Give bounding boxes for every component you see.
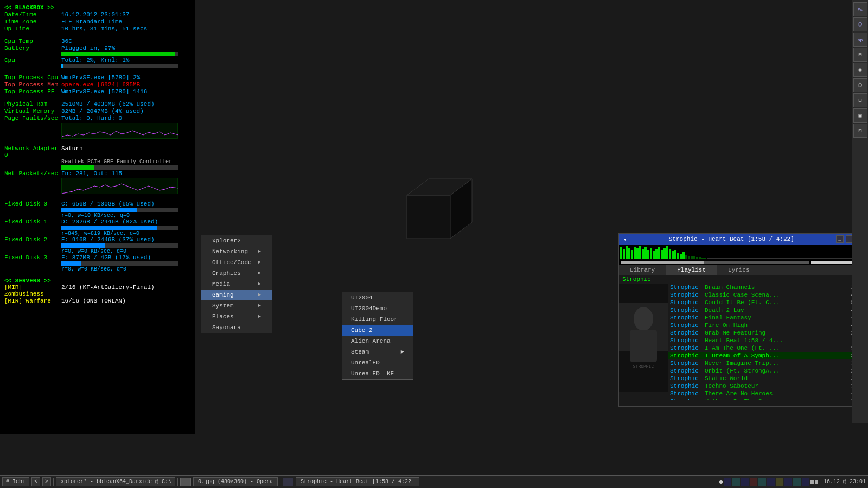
- timezone-row: Time Zone FLE Standard Time: [4, 18, 191, 25]
- track-title: There Are No Heroes: [705, 390, 847, 397]
- track-row[interactable]: Strophic I Am The One (Ft. ... 5:11: [668, 344, 867, 352]
- net-adapter-label: Network Adapter 0: [4, 145, 61, 158]
- menu-item-office[interactable]: Office/Code ►: [201, 257, 272, 268]
- taskbar-nav-next[interactable]: >: [42, 477, 51, 486]
- vis-bar: [634, 247, 636, 259]
- submenu-unrealed-kf[interactable]: UnrealED -KF: [342, 368, 413, 379]
- taskbar-icon-8[interactable]: [776, 478, 783, 486]
- vis-bar: [685, 255, 687, 259]
- top-cpu-label: Top Process Cpu: [4, 74, 61, 81]
- taskbar-icon-13[interactable]: [815, 480, 818, 484]
- track-row[interactable]: Strophic Could It Be (Ft. C... 5:12: [668, 299, 867, 306]
- track-row[interactable]: Strophic Classic Case Scena... 4:24: [668, 291, 867, 299]
- vis-bar: [653, 251, 655, 259]
- vis-bar: [691, 256, 693, 259]
- taskbar-icon-2[interactable]: [724, 478, 731, 486]
- tab-lyrics[interactable]: Lyrics: [717, 265, 761, 275]
- toolbar-btn-square[interactable]: ▣: [853, 108, 867, 123]
- toolbar-btn-dot[interactable]: ⊡: [853, 124, 867, 138]
- disk1-io: r=845, w=819 KB/sec, q=0: [61, 230, 191, 236]
- player-collapse-btn[interactable]: ▾: [623, 236, 627, 243]
- taskbar-icon-4[interactable]: [741, 478, 749, 486]
- submenu-steam[interactable]: Steam ►: [342, 346, 413, 357]
- battery-label: Battery: [4, 45, 61, 52]
- cpu-temp-row: Cpu Temp 36C: [4, 38, 191, 44]
- taskbar-icon-10[interactable]: [793, 478, 801, 486]
- toolbar-btn-grid[interactable]: ⊞: [853, 48, 867, 62]
- taskbar-icon-9[interactable]: [784, 478, 792, 486]
- server1-row: [MIR] Zombusiness 2/16 (KF-ArtGallery-Fi…: [4, 284, 191, 297]
- taskbar-icon-1[interactable]: [719, 480, 723, 484]
- taskbar-icon-music[interactable]: [283, 478, 293, 486]
- taskbar-nav-prev[interactable]: <: [31, 477, 40, 486]
- toolbar-btn-ps[interactable]: Ps: [853, 2, 867, 16]
- track-title: Death 2 Luv: [705, 307, 847, 313]
- submenu-alienarena[interactable]: Alien Arena: [342, 336, 413, 346]
- track-title: Heart Beat 1:58 / 4...: [705, 337, 847, 344]
- toolbar-btn-circle[interactable]: ◉: [853, 63, 867, 77]
- taskbar-icon-7[interactable]: [767, 478, 775, 486]
- track-row[interactable]: Strophic Heart Beat 1:58 / 4...: [668, 337, 867, 344]
- track-row[interactable]: Strophic Grab Me Featuring _ 2:55: [668, 329, 867, 337]
- player-title: Strophic - Heart Beat [1:58 / 4:22]: [627, 236, 836, 242]
- track-title: Walking In The Rai...: [705, 398, 847, 400]
- arrow-icon: ►: [258, 303, 261, 309]
- taskbar-icon-6[interactable]: [758, 478, 766, 486]
- track-row[interactable]: Strophic Techno Saboteur 3:42: [668, 382, 867, 390]
- menu-item-sayonara[interactable]: Sayonara: [201, 322, 272, 333]
- menu-item-networking[interactable]: Networking ►: [201, 246, 272, 257]
- vis-bar: [628, 248, 630, 259]
- tab-playlist[interactable]: Playlist: [666, 265, 717, 275]
- track-row[interactable]: Strophic Brain Channels 1:16: [668, 284, 867, 291]
- tab-library[interactable]: Library: [619, 265, 666, 275]
- disk1-bar: [61, 226, 178, 230]
- player-progress-bar[interactable]: [621, 261, 809, 264]
- minimize-btn[interactable]: _: [836, 235, 844, 243]
- submenu-cube2[interactable]: Cube 2: [342, 325, 413, 336]
- track-row[interactable]: Strophic There Are No Heroes 4:22: [668, 390, 867, 397]
- taskbar-icon-opera[interactable]: [180, 478, 191, 486]
- taskbar-terminal-label[interactable]: # Ichi: [2, 477, 29, 486]
- toolbar-btn-np[interactable]: np: [853, 33, 867, 47]
- vis-bar: [696, 257, 698, 259]
- menu-item-xplorer2[interactable]: xplorer2: [201, 235, 272, 246]
- track-row[interactable]: Strophic Final Fantasy 4:47: [668, 314, 867, 322]
- track-artist: Strophic: [670, 307, 703, 313]
- menu-item-system[interactable]: System ►: [201, 300, 272, 311]
- menu-item-graphics[interactable]: Graphics ►: [201, 268, 272, 279]
- taskbar-icon-3[interactable]: [732, 478, 740, 486]
- track-row[interactable]: Strophic Death 2 Luv 4:44: [668, 306, 867, 314]
- toolbar-btn-minus[interactable]: ⊟: [853, 93, 867, 107]
- toolbar-btn-hex2[interactable]: ⬡: [853, 78, 867, 92]
- submenu-unrealed[interactable]: UnrealED: [342, 357, 413, 368]
- toolbar-btn-hex[interactable]: ⬡: [853, 17, 867, 31]
- taskbar-icon-11[interactable]: [802, 478, 809, 486]
- taskbar-icon-5[interactable]: [750, 478, 757, 486]
- disk3-row: Fixed Disk 3 F: 877MB / 4GB (17% used): [4, 254, 191, 261]
- track-row[interactable]: Strophic I Dream of A Symph... 3:34: [668, 352, 867, 359]
- playlist-area: Strophic STROPHIC Strophic Brain Channel…: [619, 275, 867, 400]
- submenu-killingfloor[interactable]: Killing Floor: [342, 314, 413, 325]
- server2-value: 16/16 (ONS-TORLAN): [61, 298, 191, 304]
- vis-bar: [631, 250, 633, 259]
- submenu-ut2004[interactable]: UT2004: [342, 292, 413, 303]
- menu-item-gaming[interactable]: Gaming ►: [201, 290, 272, 300]
- disk1-label: Fixed Disk 1: [4, 219, 61, 225]
- submenu-ut2004demo[interactable]: UT2004Demo: [342, 303, 413, 314]
- vis-remaining: [707, 258, 866, 259]
- gaming-submenu[interactable]: UT2004 UT2004Demo Killing Floor Cube 2 A…: [342, 292, 413, 380]
- audio-visualizer: [619, 245, 867, 260]
- server1-name: [MIR] Zombusiness: [4, 284, 61, 297]
- track-row[interactable]: Strophic Walking In The Rai... 5:49: [668, 397, 867, 400]
- menu-item-media[interactable]: Media ►: [201, 279, 272, 290]
- track-row[interactable]: Strophic Orbit (Ft. StrongA... 2:29: [668, 367, 867, 375]
- taskbar-item-music[interactable]: Strophic - Heart Beat [1:58 / 4:22]: [296, 477, 419, 486]
- taskbar-item-opera[interactable]: 0.jpg (480×360) - Opera: [193, 477, 278, 486]
- context-menu[interactable]: xplorer2 Networking ► Office/Code ► Grap…: [201, 235, 272, 333]
- track-row[interactable]: Strophic Fire On High 4:59: [668, 322, 867, 329]
- menu-item-places[interactable]: Places ►: [201, 311, 272, 322]
- track-row[interactable]: Strophic Static World 3:39: [668, 375, 867, 382]
- taskbar-icon-12[interactable]: [810, 480, 814, 484]
- track-row[interactable]: Strophic Never Imagine Trip... 3:37: [668, 359, 867, 367]
- taskbar-item-xplorer[interactable]: xplorer² - bbLeanX64_Darxide @ C:\ # [ne…: [56, 477, 175, 486]
